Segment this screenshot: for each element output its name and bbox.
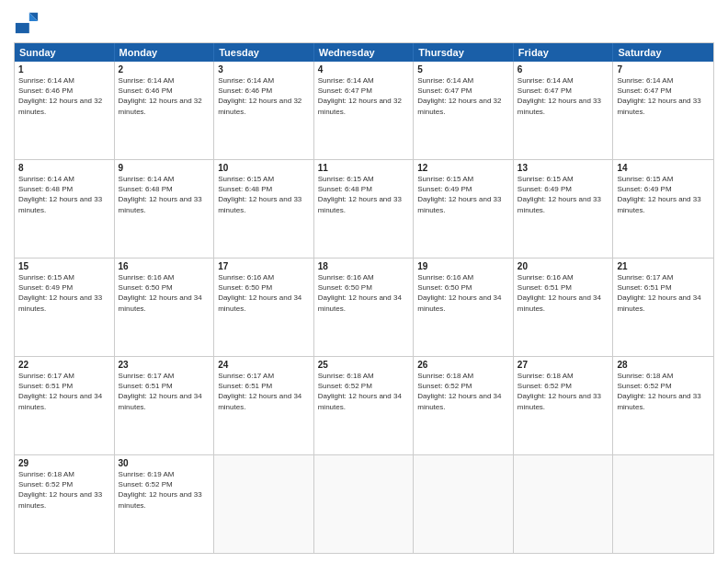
daylight-label: Daylight: 12 hours and 33 minutes. xyxy=(617,97,700,115)
sunset-label: Sunset: 6:48 PM xyxy=(218,185,272,193)
daylight-label: Daylight: 12 hours and 33 minutes. xyxy=(318,195,402,213)
cal-cell: 1 Sunrise: 6:14 AM Sunset: 6:46 PM Dayli… xyxy=(15,62,115,159)
sunrise-label: Sunrise: 6:17 AM xyxy=(119,372,175,380)
header-day-monday: Monday xyxy=(115,43,215,62)
sunset-label: Sunset: 6:52 PM xyxy=(119,480,173,488)
daylight-label: Daylight: 12 hours and 34 minutes. xyxy=(417,293,501,312)
cal-cell: 10 Sunrise: 6:15 AM Sunset: 6:48 PM Dayl… xyxy=(214,160,314,258)
daylight-label: Daylight: 12 hours and 33 minutes. xyxy=(218,195,301,213)
cal-cell: 3 Sunrise: 6:14 AM Sunset: 6:46 PM Dayli… xyxy=(214,62,314,159)
cell-info: Sunrise: 6:17 AM Sunset: 6:51 PM Dayligh… xyxy=(18,371,110,412)
cal-cell: 22 Sunrise: 6:17 AM Sunset: 6:51 PM Dayl… xyxy=(15,357,115,454)
cell-info: Sunrise: 6:14 AM Sunset: 6:46 PM Dayligh… xyxy=(18,75,110,117)
daylight-label: Daylight: 12 hours and 33 minutes. xyxy=(617,392,700,410)
day-number: 9 xyxy=(119,163,210,173)
cell-info: Sunrise: 6:16 AM Sunset: 6:50 PM Dayligh… xyxy=(417,272,509,314)
cal-cell: 4 Sunrise: 6:14 AM Sunset: 6:47 PM Dayli… xyxy=(314,62,415,159)
cal-cell xyxy=(613,455,713,553)
sunrise-label: Sunrise: 6:14 AM xyxy=(119,175,175,183)
cell-info: Sunrise: 6:15 AM Sunset: 6:49 PM Dayligh… xyxy=(18,272,110,314)
day-number: 19 xyxy=(417,261,509,271)
cell-info: Sunrise: 6:15 AM Sunset: 6:48 PM Dayligh… xyxy=(218,174,310,215)
cell-info: Sunrise: 6:15 AM Sunset: 6:49 PM Dayligh… xyxy=(417,174,509,215)
daylight-label: Daylight: 12 hours and 33 minutes. xyxy=(518,195,601,213)
sunset-label: Sunset: 6:46 PM xyxy=(119,86,173,95)
daylight-label: Daylight: 12 hours and 33 minutes. xyxy=(417,195,501,213)
day-number: 24 xyxy=(218,360,310,370)
daylight-label: Daylight: 12 hours and 32 minutes. xyxy=(417,97,501,115)
daylight-label: Daylight: 12 hours and 34 minutes. xyxy=(318,392,402,410)
daylight-label: Daylight: 12 hours and 33 minutes. xyxy=(518,392,601,410)
sunrise-label: Sunrise: 6:15 AM xyxy=(518,175,574,183)
daylight-label: Daylight: 12 hours and 34 minutes. xyxy=(119,392,202,410)
cal-cell xyxy=(514,455,614,553)
sunrise-label: Sunrise: 6:15 AM xyxy=(617,175,673,183)
sunset-label: Sunset: 6:47 PM xyxy=(518,86,572,95)
day-number: 23 xyxy=(119,360,210,370)
daylight-label: Daylight: 12 hours and 33 minutes. xyxy=(518,97,601,115)
cell-info: Sunrise: 6:18 AM Sunset: 6:52 PM Dayligh… xyxy=(518,371,609,412)
cell-info: Sunrise: 6:14 AM Sunset: 6:48 PM Dayligh… xyxy=(119,174,210,215)
cal-cell: 27 Sunrise: 6:18 AM Sunset: 6:52 PM Dayl… xyxy=(514,357,614,454)
day-number: 11 xyxy=(318,163,410,173)
day-number: 13 xyxy=(518,163,609,173)
logo xyxy=(14,9,43,35)
sunrise-label: Sunrise: 6:17 AM xyxy=(18,372,74,380)
sunrise-label: Sunrise: 6:15 AM xyxy=(18,273,74,282)
sunset-label: Sunset: 6:48 PM xyxy=(18,185,73,193)
cell-info: Sunrise: 6:14 AM Sunset: 6:46 PM Dayligh… xyxy=(119,75,210,117)
calendar-body: 1 Sunrise: 6:14 AM Sunset: 6:46 PM Dayli… xyxy=(15,62,713,553)
cal-cell: 19 Sunrise: 6:16 AM Sunset: 6:50 PM Dayl… xyxy=(414,259,514,356)
cal-row-3: 22 Sunrise: 6:17 AM Sunset: 6:51 PM Dayl… xyxy=(15,357,713,455)
day-number: 8 xyxy=(18,163,110,173)
sunrise-label: Sunrise: 6:15 AM xyxy=(417,175,473,183)
daylight-label: Daylight: 12 hours and 34 minutes. xyxy=(417,392,501,410)
logo-icon xyxy=(14,9,40,35)
day-number: 28 xyxy=(617,360,710,370)
sunset-label: Sunset: 6:47 PM xyxy=(617,86,671,95)
cell-info: Sunrise: 6:17 AM Sunset: 6:51 PM Dayligh… xyxy=(119,371,210,412)
cell-info: Sunrise: 6:18 AM Sunset: 6:52 PM Dayligh… xyxy=(617,371,710,412)
page: SundayMondayTuesdayWednesdayThursdayFrid… xyxy=(0,0,728,563)
day-number: 7 xyxy=(617,64,710,75)
cell-info: Sunrise: 6:18 AM Sunset: 6:52 PM Dayligh… xyxy=(318,371,410,412)
cal-cell: 24 Sunrise: 6:17 AM Sunset: 6:51 PM Dayl… xyxy=(214,357,314,454)
cell-info: Sunrise: 6:14 AM Sunset: 6:47 PM Dayligh… xyxy=(518,75,609,117)
sunset-label: Sunset: 6:49 PM xyxy=(18,283,73,292)
header-day-sunday: Sunday xyxy=(15,43,115,62)
sunset-label: Sunset: 6:49 PM xyxy=(417,185,472,193)
svg-rect-3 xyxy=(16,23,29,33)
sunrise-label: Sunrise: 6:18 AM xyxy=(318,372,374,380)
cal-row-1: 8 Sunrise: 6:14 AM Sunset: 6:48 PM Dayli… xyxy=(15,160,713,259)
day-number: 18 xyxy=(318,261,410,271)
cell-info: Sunrise: 6:14 AM Sunset: 6:47 PM Dayligh… xyxy=(617,75,710,117)
cell-info: Sunrise: 6:16 AM Sunset: 6:50 PM Dayligh… xyxy=(119,272,210,314)
sunrise-label: Sunrise: 6:18 AM xyxy=(617,372,673,380)
cal-cell: 26 Sunrise: 6:18 AM Sunset: 6:52 PM Dayl… xyxy=(414,357,514,454)
day-number: 21 xyxy=(617,261,710,271)
sunrise-label: Sunrise: 6:18 AM xyxy=(18,470,74,478)
cal-cell: 14 Sunrise: 6:15 AM Sunset: 6:49 PM Dayl… xyxy=(613,160,713,258)
cell-info: Sunrise: 6:16 AM Sunset: 6:50 PM Dayligh… xyxy=(318,272,410,314)
sunset-label: Sunset: 6:52 PM xyxy=(518,382,572,390)
sunrise-label: Sunrise: 6:19 AM xyxy=(119,470,175,478)
sunrise-label: Sunrise: 6:15 AM xyxy=(218,175,274,183)
sunset-label: Sunset: 6:52 PM xyxy=(318,382,372,390)
sunrise-label: Sunrise: 6:14 AM xyxy=(417,76,473,85)
sunrise-label: Sunrise: 6:14 AM xyxy=(617,76,673,85)
daylight-label: Daylight: 12 hours and 33 minutes. xyxy=(119,490,202,509)
sunrise-label: Sunrise: 6:14 AM xyxy=(18,175,74,183)
sunset-label: Sunset: 6:49 PM xyxy=(617,185,671,193)
daylight-label: Daylight: 12 hours and 33 minutes. xyxy=(18,195,102,213)
cell-info: Sunrise: 6:18 AM Sunset: 6:52 PM Dayligh… xyxy=(417,371,509,412)
daylight-label: Daylight: 12 hours and 34 minutes. xyxy=(518,293,601,312)
day-number: 6 xyxy=(518,64,609,75)
daylight-label: Daylight: 12 hours and 34 minutes. xyxy=(119,293,202,312)
cal-cell xyxy=(214,455,314,553)
sunset-label: Sunset: 6:51 PM xyxy=(617,283,671,292)
daylight-label: Daylight: 12 hours and 32 minutes. xyxy=(119,97,202,115)
day-number: 25 xyxy=(318,360,410,370)
cell-info: Sunrise: 6:19 AM Sunset: 6:52 PM Dayligh… xyxy=(119,469,210,511)
day-number: 10 xyxy=(218,163,310,173)
calendar: SundayMondayTuesdayWednesdayThursdayFrid… xyxy=(14,42,714,554)
